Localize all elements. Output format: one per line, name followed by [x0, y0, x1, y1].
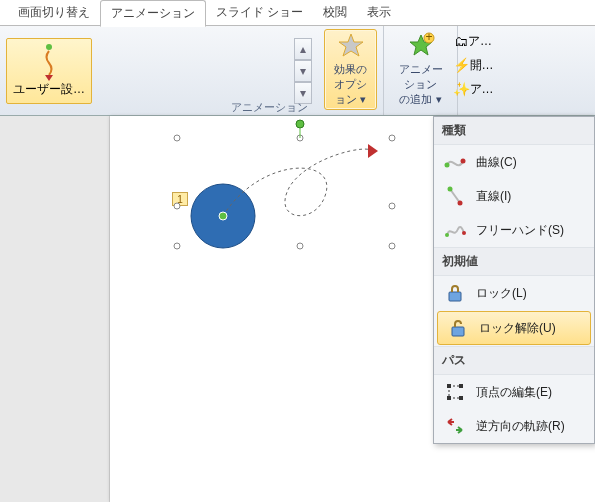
svg-point-13	[219, 212, 227, 220]
svg-point-17	[448, 187, 453, 192]
menu-item-lock[interactable]: ロック(L)	[434, 276, 594, 310]
tab-transitions[interactable]: 画面切り替え	[8, 0, 100, 25]
ribbon-tabs: 画面切り替え アニメーション スライド ショー 校閲 表示	[0, 0, 595, 26]
menu-item-reverse[interactable]: 逆方向の軌跡(R)	[434, 409, 594, 443]
svg-point-15	[461, 159, 466, 164]
effect-options-button[interactable]: 効果の オプション ▾	[324, 29, 377, 110]
tab-review[interactable]: 校閲	[313, 0, 357, 25]
svg-point-10	[389, 243, 395, 249]
menu-header-path: パス	[434, 346, 594, 375]
side-icon-group: 🗂 ア… ⚡ 開… ✨ ア…	[458, 26, 488, 115]
menu-label: 曲線(C)	[476, 154, 517, 171]
svg-point-5	[389, 135, 395, 141]
gallery-down[interactable]: ▾	[294, 60, 312, 82]
group-label-animation: アニメーション	[110, 99, 428, 116]
svg-point-18	[458, 201, 463, 206]
pane-icon[interactable]: 🗂 ア…	[462, 32, 484, 50]
add-star-icon: +	[407, 32, 435, 60]
svg-rect-22	[452, 327, 464, 336]
add-animation-button[interactable]: + アニメーション の追加 ▾	[390, 29, 451, 110]
svg-point-3	[174, 135, 180, 141]
svg-point-8	[174, 243, 180, 249]
curve-icon	[444, 151, 466, 173]
menu-header-initial: 初期値	[434, 247, 594, 276]
svg-point-7	[389, 203, 395, 209]
gallery-item-label: ユーザー設…	[13, 81, 85, 98]
menu-label: 直線(I)	[476, 188, 511, 205]
menu-item-curve[interactable]: 曲線(C)	[434, 145, 594, 179]
edit-points-icon	[444, 381, 466, 403]
menu-label: ロック解除(U)	[479, 320, 556, 337]
menu-header-type: 種類	[434, 117, 594, 145]
star-icon	[337, 32, 365, 60]
svg-point-11	[296, 120, 304, 128]
tab-view[interactable]: 表示	[357, 0, 401, 25]
freehand-icon	[444, 219, 466, 241]
svg-point-9	[297, 243, 303, 249]
reverse-icon	[444, 415, 466, 437]
menu-label: 頂点の編集(E)	[476, 384, 552, 401]
line-icon	[444, 185, 466, 207]
menu-label: フリーハンド(S)	[476, 222, 564, 239]
gallery-scroll: ▴ ▾ ▾	[294, 38, 312, 104]
motion-path-drawing	[110, 116, 430, 356]
svg-point-14	[445, 163, 450, 168]
unlock-icon	[447, 317, 469, 339]
svg-line-16	[450, 189, 460, 203]
svg-point-0	[46, 44, 52, 50]
tab-slideshow[interactable]: スライド ショー	[206, 0, 313, 25]
svg-point-19	[445, 233, 449, 237]
menu-item-edit-points[interactable]: 頂点の編集(E)	[434, 375, 594, 409]
user-path-icon	[34, 43, 64, 81]
menu-item-unlock[interactable]: ロック解除(U)	[437, 311, 591, 345]
svg-text:+: +	[425, 32, 432, 44]
menu-label: ロック(L)	[476, 285, 527, 302]
menu-label: 逆方向の軌跡(R)	[476, 418, 565, 435]
menu-item-freehand[interactable]: フリーハンド(S)	[434, 213, 594, 247]
effect-options-menu: 種類 曲線(C) 直線(I) フリーハンド(S) 初期値 ロック(L) ロック解…	[433, 116, 595, 444]
animation-gallery: ユーザー設… ▴ ▾ ▾ アニメーション	[0, 26, 318, 115]
svg-rect-21	[449, 292, 461, 301]
lock-icon	[444, 282, 466, 304]
gallery-up[interactable]: ▴	[294, 38, 312, 60]
gallery-item-user-path[interactable]: ユーザー設…	[6, 38, 92, 104]
menu-item-line[interactable]: 直線(I)	[434, 179, 594, 213]
trigger-icon[interactable]: ⚡ 開…	[462, 56, 484, 74]
slide-rail	[0, 116, 110, 502]
svg-point-20	[462, 231, 466, 235]
svg-point-6	[174, 203, 180, 209]
tab-animations[interactable]: アニメーション	[100, 0, 206, 27]
ribbon: ユーザー設… ▴ ▾ ▾ アニメーション 効果の オプション ▾ + アニメーシ…	[0, 26, 595, 116]
painter-icon[interactable]: ✨ ア…	[462, 80, 484, 98]
